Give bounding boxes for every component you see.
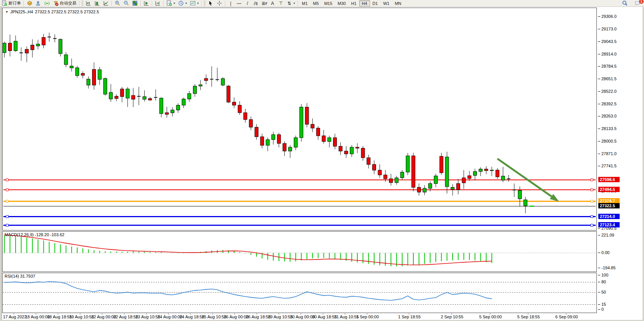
periods-icon: [178, 0, 184, 6]
cursor-button[interactable]: [206, 0, 215, 6]
horizontal-level-line[interactable]: [3, 200, 596, 202]
community-button[interactable]: [34, 0, 43, 6]
candles-group: [3, 33, 527, 213]
time-tick-label: 25 Aug 10:55: [202, 315, 226, 319]
time-tick-label: 18 Aug 18:55: [47, 315, 72, 319]
timeframe-H4-button[interactable]: H4: [359, 0, 370, 6]
toolbar-separator: [163, 1, 164, 6]
trendline-button[interactable]: /: [243, 0, 252, 6]
timeframe-W1-button[interactable]: W1: [381, 0, 392, 6]
rsi-canvas[interactable]: [3, 273, 596, 313]
crosshair-button[interactable]: [215, 0, 224, 6]
time-axis[interactable]: 17 Aug 202218 Aug 00:0018 Aug 18:5519 Au…: [2, 313, 597, 320]
time-tick-label: 24 Aug 00:00: [158, 315, 182, 319]
market-box-icon: [27, 0, 32, 6]
chart-title[interactable]: ▼ JPN225-,H4 27322.5 27322.5 27322.5 273…: [5, 10, 99, 14]
level-price-tag: 27598.6: [598, 177, 620, 182]
candle-chart-button[interactable]: [93, 0, 102, 6]
price-tick: 29043.5: [601, 39, 617, 44]
market-box-button[interactable]: [25, 0, 34, 6]
indicators-button[interactable]: ▾: [165, 0, 177, 6]
autotrade-icon: [53, 0, 59, 6]
toolbar-separator: [79, 1, 80, 6]
toolbar-separator: [140, 1, 141, 6]
time-tick-label: 2 Sep 10:55: [441, 315, 463, 319]
level-price-tag: 27374.7: [598, 198, 620, 203]
collapse-triangle-icon[interactable]: ▼: [5, 10, 8, 14]
toolbar-grip[interactable]: [81, 1, 83, 6]
new-order-button[interactable]: 新订单: [0, 0, 22, 6]
fibonacci-button[interactable]: ≣ꜰ: [260, 0, 268, 6]
label-button[interactable]: ⊤: [277, 0, 285, 6]
time-tick-label: 30 Aug 00:00: [290, 315, 315, 319]
rsi-pane[interactable]: RSI(14) 31.7937: [2, 273, 597, 313]
text-button[interactable]: A: [268, 0, 277, 6]
time-tick-label: 5 Sep 18:55: [517, 315, 540, 319]
templates-button[interactable]: ▾: [188, 0, 200, 6]
level-price-tag: 27214.0: [598, 214, 620, 219]
toolbar-separator: [201, 1, 202, 6]
timeframe-M1-button[interactable]: M1: [299, 0, 310, 6]
zoom-in-icon: [115, 0, 120, 6]
time-tick-label: 31 Aug 10:55: [334, 315, 359, 319]
rsi-tick: 0: [601, 307, 604, 311]
search-icon: [622, 0, 628, 6]
autotrade-button[interactable]: 自动交易: [51, 0, 78, 6]
toolbar-separator: [152, 1, 152, 6]
time-tick-label: 22 Aug 00:00: [91, 315, 116, 319]
line-chart-button[interactable]: [102, 0, 110, 6]
autotrade-label: 自动交易: [60, 0, 77, 6]
label-icon: ⊤: [278, 1, 284, 6]
tile-windows-button[interactable]: [131, 0, 139, 6]
zoom-out-button[interactable]: [122, 0, 131, 6]
time-tick-label: 24 Aug 18:55: [180, 315, 204, 319]
timeframe-M30-button[interactable]: M30: [335, 0, 348, 6]
candlestick-canvas[interactable]: [3, 8, 596, 230]
search-button[interactable]: [620, 0, 629, 6]
chart-shift-icon: [155, 0, 161, 6]
price-tick: 29306.0: [601, 14, 617, 19]
channel-button[interactable]: ⫽ᴇ: [252, 0, 260, 6]
dropdown-caret-icon[interactable]: ▾: [185, 2, 187, 5]
toolbar-grip[interactable]: [204, 1, 206, 6]
horizontal-level-line[interactable]: [3, 215, 596, 218]
rsi-tick: 80: [601, 280, 606, 284]
dropdown-caret-icon[interactable]: ▾: [293, 2, 295, 5]
horizontal-level-line[interactable]: [3, 224, 596, 226]
timeframe-M5-button[interactable]: M5: [310, 0, 321, 6]
macd-tick: -194.85: [601, 265, 615, 270]
time-tick-label: 1 Sep 18:55: [398, 315, 421, 319]
zoom-in-button[interactable]: [113, 0, 122, 6]
bar-chart-button[interactable]: [84, 0, 93, 6]
horizontal-level-line[interactable]: [3, 189, 596, 191]
time-tick-label: 26 Aug 00:00: [224, 315, 249, 319]
community-chat-button[interactable]: 1: [633, 0, 642, 6]
timeframe-D1-button[interactable]: D1: [370, 0, 381, 6]
macd-canvas[interactable]: [3, 232, 596, 272]
timeframe-M15-button[interactable]: M15: [322, 0, 335, 6]
toolbar: 新订单自动交易▾▾▾|—/⫽ᴇ≣ꜰA⊤⇅▾M1M5M15M30H1H4D1W1M…: [0, 0, 644, 7]
hline-button[interactable]: —: [235, 0, 243, 6]
price-axis[interactable]: 29306.029173.029043.528914.028784.528651…: [598, 8, 642, 313]
dropdown-caret-icon[interactable]: ▾: [197, 2, 199, 5]
timeframe-H1-button[interactable]: H1: [348, 0, 359, 6]
price-chart-pane[interactable]: ▼ JPN225-,H4 27322.5 27322.5 27322.5 273…: [2, 8, 597, 230]
chart-symbol-timeframe: JPN225-,H4: [10, 10, 33, 14]
vline-button[interactable]: |: [226, 0, 235, 6]
time-tick-label: 30 Aug 18:55: [312, 315, 337, 319]
periods-button[interactable]: ▾: [177, 0, 188, 6]
dropdown-caret-icon[interactable]: ▾: [174, 2, 175, 5]
horizontal-level-line[interactable]: [3, 179, 596, 181]
candle-chart-icon: [94, 0, 100, 6]
autoscroll-button[interactable]: [142, 0, 151, 6]
chart-shift-button[interactable]: [153, 0, 162, 6]
macd-tick: 0.00: [601, 250, 609, 255]
signals-button[interactable]: [43, 0, 51, 6]
line-chart-icon: [103, 0, 109, 6]
macd-pane[interactable]: MACD(12,26,9) -128.20 -103.62: [2, 231, 597, 272]
fibonacci-icon: ≣ꜰ: [261, 1, 267, 6]
bar-chart-icon: [86, 0, 91, 6]
rsi-label: RSI(14) 31.7937: [5, 274, 35, 278]
arrows-button[interactable]: ⇅▾: [285, 0, 296, 6]
timeframe-MN-button[interactable]: MN: [392, 0, 404, 6]
